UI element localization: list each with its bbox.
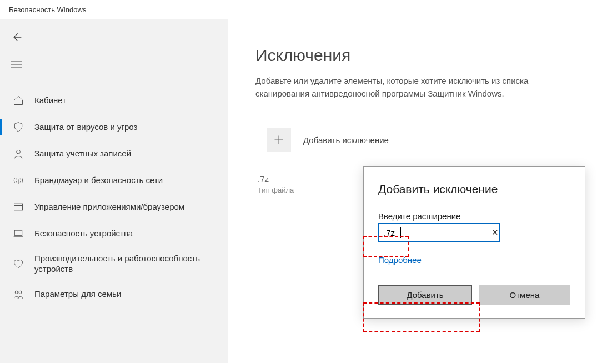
- sidebar-item-device-security[interactable]: Безопасность устройства: [0, 220, 228, 247]
- shield-icon: [12, 121, 24, 133]
- svg-point-7: [15, 291, 18, 294]
- add-exclusion-label: Добавить исключение: [303, 135, 389, 145]
- sidebar-item-label: Кабинет: [34, 95, 66, 106]
- sidebar-item-home[interactable]: Кабинет: [0, 87, 228, 114]
- arrow-left-icon: [11, 32, 22, 43]
- page-description: Добавьте или удалите элементы, которые х…: [255, 75, 578, 100]
- add-exclusion-dialog: Добавить исключение Введите расширение ✕…: [363, 166, 585, 318]
- svg-rect-4: [14, 204, 23, 210]
- dialog-cancel-button[interactable]: Отмена: [479, 285, 570, 305]
- extension-input-wrap: ✕: [378, 223, 500, 242]
- menu-toggle[interactable]: [11, 60, 217, 70]
- home-icon: [12, 94, 24, 107]
- add-exclusion-button[interactable]: Добавить исключение: [267, 128, 580, 152]
- sidebar-item-label: Управление приложениями/браузером: [34, 202, 184, 213]
- sidebar-item-app-control[interactable]: Управление приложениями/браузером: [0, 194, 228, 220]
- dialog-add-button[interactable]: Добавить: [378, 285, 472, 305]
- page-title: Исключения: [255, 46, 580, 65]
- window-icon: [12, 201, 24, 213]
- sidebar-item-family[interactable]: Параметры для семьи: [0, 281, 228, 308]
- sidebar-item-performance[interactable]: Производительность и работоспособность у…: [0, 247, 228, 281]
- extension-field-label: Введите расширение: [378, 211, 570, 221]
- sidebar-item-label: Безопасность устройства: [34, 229, 133, 239]
- svg-point-3: [17, 150, 21, 154]
- sidebar-item-label: Параметры для семьи: [34, 289, 121, 300]
- svg-point-8: [19, 291, 22, 294]
- clear-input-button[interactable]: ✕: [489, 228, 501, 237]
- antenna-icon: [12, 174, 24, 186]
- laptop-icon: [12, 228, 24, 240]
- sidebar-item-label: Производительность и работоспособность у…: [34, 254, 207, 275]
- sidebar-item-virus[interactable]: Защита от вирусов и угроз: [0, 114, 228, 140]
- sidebar-item-label: Защита от вирусов и угроз: [34, 122, 137, 133]
- sidebar: Кабинет Защита от вирусов и угроз Защита…: [0, 19, 228, 363]
- window-title: Безопасность Windows: [0, 0, 597, 19]
- back-button[interactable]: [11, 32, 217, 44]
- heart-icon: [12, 258, 24, 270]
- extension-input[interactable]: [384, 228, 489, 237]
- svg-rect-6: [14, 230, 22, 235]
- learn-more-link[interactable]: Подробнее: [378, 255, 422, 265]
- dialog-title: Добавить исключение: [378, 183, 570, 196]
- sidebar-item-firewall[interactable]: Брандмауэр и безопасность сети: [0, 167, 228, 194]
- sidebar-item-label: Защита учетных записей: [34, 149, 131, 159]
- person-icon: [12, 148, 24, 160]
- family-icon: [12, 289, 24, 301]
- plus-icon: [267, 128, 291, 152]
- sidebar-item-account[interactable]: Защита учетных записей: [0, 140, 228, 167]
- sidebar-item-label: Брандмауэр и безопасность сети: [34, 175, 163, 186]
- hamburger-icon: [11, 60, 22, 69]
